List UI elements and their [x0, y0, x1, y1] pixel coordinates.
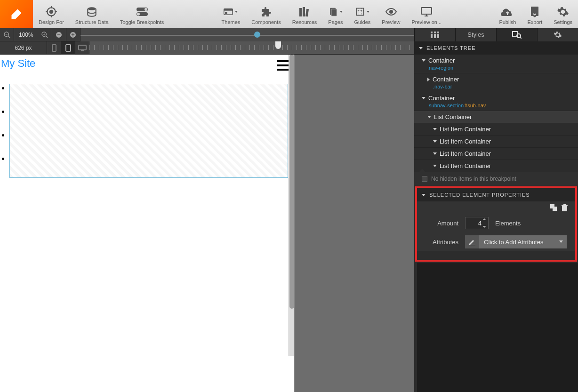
- export-button[interactable]: Export: [522, 0, 548, 28]
- resources-button[interactable]: Resources: [287, 0, 323, 28]
- themes-button[interactable]: Themes: [216, 0, 246, 28]
- site-title[interactable]: My Site: [0, 55, 294, 72]
- svg-rect-53: [52, 45, 56, 51]
- svg-point-1: [50, 10, 53, 14]
- panel-tab-settings[interactable]: [538, 28, 578, 41]
- toggle-breakpoints-button[interactable]: Toggle Breakpoints: [114, 0, 170, 28]
- breakpoint-ruler[interactable]: [89, 41, 414, 54]
- svg-line-30: [8, 36, 10, 38]
- zoom-slider-handle[interactable]: [254, 32, 260, 38]
- preview-on-button[interactable]: Preview on...: [406, 0, 447, 28]
- highlighted-region: Selected Element Properties Amount 4 Ele…: [415, 186, 577, 262]
- pages-button[interactable]: Pages: [322, 0, 348, 28]
- right-panel: Container .nav-region Container .nav-bar…: [414, 55, 578, 392]
- puzzle-icon: [259, 5, 273, 18]
- selected-element-properties-header[interactable]: Selected Element Properties: [417, 188, 575, 201]
- zoom-out-fit-button[interactable]: [0, 28, 14, 41]
- tree-node-list-item[interactable]: List Item Container: [414, 123, 578, 136]
- tree-node-list-item[interactable]: List Item Container: [414, 148, 578, 160]
- elements-tree-header[interactable]: Elements Tree: [414, 41, 578, 55]
- preview-button[interactable]: Preview: [376, 0, 406, 28]
- zoom-bar: 100% Styles: [0, 28, 578, 41]
- zoom-plus-button[interactable]: [66, 28, 80, 41]
- tree-node-container-nav-bar[interactable]: Container .nav-bar: [414, 73, 578, 92]
- panel-tab-inspect[interactable]: [497, 28, 538, 41]
- breakpoint-handle[interactable]: [275, 41, 281, 49]
- tree-node-list-container[interactable]: List Container: [414, 111, 578, 123]
- eye-icon: [384, 5, 398, 18]
- svg-rect-25: [421, 8, 432, 14]
- attributes-edit-icon[interactable]: [465, 235, 479, 248]
- svg-point-10: [137, 13, 140, 16]
- monitor-icon: [419, 5, 434, 18]
- svg-rect-42: [434, 32, 436, 33]
- tree-node-list-item[interactable]: List Item Container: [414, 136, 578, 148]
- panel-tab-styles[interactable]: Styles: [456, 28, 497, 41]
- svg-rect-62: [469, 245, 475, 245]
- tree-node-container-nav-region[interactable]: Container .nav-region: [414, 55, 578, 73]
- stepper-down[interactable]: [482, 226, 486, 228]
- svg-rect-61: [563, 204, 566, 205]
- tree-node-list-item[interactable]: List Item Container: [414, 160, 578, 172]
- cloud-upload-icon: [500, 5, 514, 18]
- svg-line-52: [520, 37, 522, 39]
- elements-label: Elements: [495, 220, 521, 227]
- duplicate-icon[interactable]: [550, 204, 557, 211]
- zoom-slider[interactable]: [80, 28, 414, 41]
- settings-button[interactable]: Settings: [548, 0, 578, 28]
- stepper-up[interactable]: [482, 218, 486, 220]
- tree-node-container-subnav[interactable]: Container .subnav-section#sub-nav: [414, 92, 578, 111]
- guides-button[interactable]: Guides: [349, 0, 377, 28]
- svg-rect-46: [437, 34, 439, 36]
- structure-data-button[interactable]: Structure Data: [70, 0, 114, 28]
- panel-tab-grid[interactable]: [415, 28, 456, 41]
- trash-icon[interactable]: [562, 204, 568, 211]
- pages-icon: [329, 5, 343, 18]
- svg-rect-15: [303, 7, 305, 16]
- zoom-in-fit-button[interactable]: [38, 28, 52, 41]
- design-for-button[interactable]: Design For: [33, 0, 70, 28]
- svg-rect-49: [437, 36, 439, 38]
- design-canvas[interactable]: My Site: [0, 55, 295, 392]
- breakpoint-bar: 626 px Elements Tree: [0, 41, 578, 55]
- svg-line-33: [46, 36, 48, 38]
- canvas-scrollbar[interactable]: [289, 55, 294, 356]
- themes-icon: [224, 5, 238, 18]
- svg-rect-55: [79, 45, 86, 50]
- hidden-items-note: No hidden items in this breakpoint: [414, 172, 578, 185]
- svg-rect-37: [57, 34, 61, 35]
- device-desktop-button[interactable]: [75, 41, 89, 55]
- tree-panel-header-backdrop: Elements Tree: [414, 41, 578, 54]
- top-toolbar: Design For Structure Data Toggle Breakpo…: [0, 0, 578, 28]
- svg-rect-43: [437, 32, 439, 33]
- attributes-label: Attributes: [425, 239, 458, 246]
- components-button[interactable]: Components: [246, 0, 286, 28]
- gear-icon: [556, 5, 570, 18]
- publish-button[interactable]: Publish: [493, 0, 522, 28]
- svg-rect-40: [73, 33, 73, 36]
- guides-icon: [355, 5, 369, 18]
- amount-label: Amount: [425, 220, 458, 227]
- svg-point-8: [144, 8, 147, 11]
- hidden-items-checkbox[interactable]: [422, 176, 427, 182]
- amount-input[interactable]: 4: [465, 217, 489, 229]
- device-tablet-button[interactable]: [61, 41, 75, 55]
- canvas-overflow-area: [295, 55, 414, 392]
- svg-rect-47: [431, 36, 433, 38]
- elements-tree: Container .nav-region Container .nav-bar…: [414, 55, 578, 185]
- scrollbar-thumb[interactable]: [289, 55, 294, 309]
- svg-rect-12: [224, 9, 233, 11]
- svg-point-6: [88, 7, 96, 10]
- svg-rect-41: [431, 32, 433, 33]
- svg-rect-16: [305, 9, 309, 17]
- zoom-minus-button[interactable]: [52, 28, 66, 41]
- toggle-icon: [135, 5, 149, 18]
- code-panel-empty: [414, 263, 578, 392]
- svg-rect-14: [299, 8, 302, 16]
- device-phone-button[interactable]: [47, 41, 61, 55]
- books-icon: [297, 5, 312, 18]
- attributes-dropdown[interactable]: Click to Add Attributes: [479, 235, 567, 248]
- svg-rect-48: [434, 36, 436, 38]
- app-logo[interactable]: [0, 0, 33, 28]
- selection-box[interactable]: [9, 84, 288, 178]
